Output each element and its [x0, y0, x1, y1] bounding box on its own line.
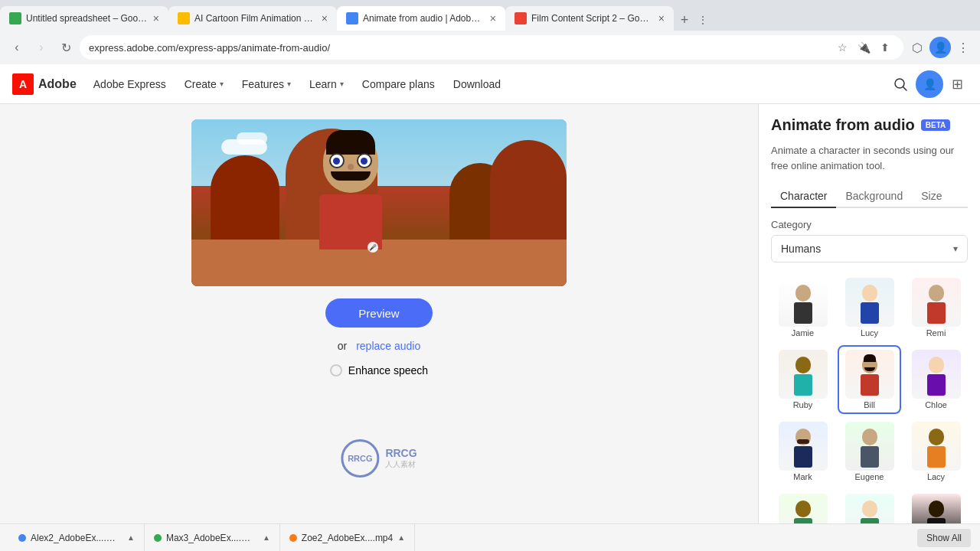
category-label: Category: [771, 219, 968, 230]
watermark-circle: RRCG: [341, 439, 379, 478]
character-card-lucy[interactable]: Lucy: [838, 273, 901, 342]
bottom-bar: Alex2_AdobeEx....mp4 ▲ Max3_AdobeEx....m…: [0, 523, 980, 551]
profile-avatar[interactable]: 👤: [929, 37, 951, 58]
tab-background[interactable]: Background: [836, 185, 912, 207]
character-thumb-mark: [779, 422, 828, 471]
tab-close[interactable]: ×: [658, 12, 665, 24]
character-thumb-remi: [912, 278, 961, 327]
character-thumb-ruby: [779, 350, 828, 399]
tab-cartoon[interactable]: AI Cartoon Film Animation – C... ×: [168, 6, 337, 31]
character-name-mark: Mark: [793, 472, 812, 481]
download-item-3[interactable]: Zoe2_AdobeEx....mp4 ▲: [280, 524, 415, 552]
tab-favicon-red: [514, 12, 527, 24]
show-all-button[interactable]: Show All: [917, 529, 971, 547]
character-card-remi[interactable]: Remi: [904, 273, 968, 342]
tab-overflow-button[interactable]: ⋮: [695, 9, 710, 31]
tab-size[interactable]: Size: [912, 185, 951, 207]
tab-close[interactable]: ×: [322, 12, 328, 24]
adobe-header: A Adobe Adobe Express Create ▾ Features …: [0, 64, 980, 104]
character-name-lucy: Lucy: [861, 328, 878, 337]
preview-scene: 🎤: [191, 119, 567, 286]
new-tab-button[interactable]: +: [674, 9, 695, 31]
tab-spreadsheet[interactable]: Untitled spreadsheet – Google ... ×: [0, 6, 168, 31]
tab-close[interactable]: ×: [153, 12, 159, 24]
search-button[interactable]: [888, 72, 913, 96]
forward-button[interactable]: ›: [31, 37, 52, 58]
replace-or-text: or: [338, 340, 347, 352]
character-card-row4a[interactable]: [771, 489, 835, 523]
character-name-lacy: Lacy: [927, 472, 945, 481]
download-item-1[interactable]: Alex2_AdobeEx....mp4 ▲: [9, 524, 145, 552]
nav-features[interactable]: Features ▾: [234, 64, 299, 104]
category-select[interactable]: Humans ▾: [771, 235, 968, 262]
nav-adobe-express[interactable]: Adobe Express: [86, 64, 174, 104]
character-card-chloe[interactable]: Chloe: [904, 345, 968, 414]
nav-create[interactable]: Create ▾: [177, 64, 231, 104]
character-card-lacy[interactable]: Lacy: [904, 417, 968, 486]
replace-audio-link[interactable]: replace audio: [356, 340, 420, 352]
character-card-bill[interactable]: Bill: [838, 345, 901, 414]
preview-button[interactable]: Preview: [325, 298, 433, 328]
nav-learn[interactable]: Learn ▾: [302, 64, 351, 104]
reload-button[interactable]: ↻: [55, 37, 77, 58]
tab-character[interactable]: Character: [771, 185, 836, 207]
download-name-2: Max3_AdobeEx....mp4: [166, 533, 258, 543]
tab-label: Animate from audio | Adobe E...: [363, 13, 485, 24]
tab-script[interactable]: Film Content Script 2 – Googl... ×: [505, 6, 674, 31]
character-thumb-row4b: [845, 494, 894, 523]
menu-button[interactable]: ⋮: [952, 37, 974, 58]
character-grid: Jamie Lucy Remi: [771, 273, 968, 523]
download-name-1: Alex2_AdobeEx....mp4: [31, 533, 122, 543]
character-card-eugene[interactable]: Eugene: [838, 417, 901, 486]
character-thumb-row4a: [779, 494, 828, 523]
back-button[interactable]: ‹: [6, 37, 28, 58]
search-icon: [893, 77, 908, 92]
download-item-2[interactable]: Max3_AdobeEx....mp4 ▲: [145, 524, 280, 552]
chevron-down-icon: ▾: [287, 80, 291, 88]
extensions-button[interactable]: ⬡: [906, 37, 928, 58]
nav-label: Learn: [309, 78, 337, 90]
enhance-speech-radio[interactable]: [330, 364, 342, 377]
tab-favicon-blue: [346, 12, 358, 24]
user-avatar[interactable]: 👤: [916, 70, 943, 98]
character-card-row4c[interactable]: [904, 489, 968, 523]
nav-compare-plans[interactable]: Compare plans: [354, 64, 443, 104]
beta-badge: BETA: [921, 119, 950, 131]
character-card-ruby[interactable]: Ruby: [771, 345, 835, 414]
nav-download[interactable]: Download: [446, 64, 508, 104]
apps-grid-icon[interactable]: ⊞: [946, 73, 968, 95]
bookmark-icon[interactable]: ☆: [833, 38, 851, 57]
character-card-jamie[interactable]: Jamie: [771, 273, 835, 342]
tab-bar: Untitled spreadsheet – Google ... × AI C…: [0, 0, 980, 31]
chevron-down-icon: ▾: [953, 243, 958, 254]
chevron-up-icon: ▲: [397, 533, 405, 542]
cloud-2: [237, 132, 267, 145]
character-thumb-jamie: [779, 278, 828, 327]
character-thumb-lacy: [912, 422, 961, 471]
nav-label: Compare plans: [362, 78, 435, 90]
share-icon[interactable]: ⬆: [876, 38, 894, 57]
category-value: Humans: [781, 243, 821, 255]
right-panel: Animate from audio BETA Animate a charac…: [758, 104, 980, 523]
tab-favicon-green: [9, 12, 21, 24]
replace-audio-row: or replace audio: [338, 340, 420, 352]
character-card-row4b[interactable]: [838, 489, 901, 523]
tab-close[interactable]: ×: [490, 12, 496, 24]
character-card-mark[interactable]: Mark: [771, 417, 835, 486]
chevron-down-icon: ▾: [340, 80, 344, 88]
character-thumb-eugene: [845, 422, 894, 471]
address-bar[interactable]: express.adobe.com/express-apps/animate-f…: [80, 35, 903, 60]
nav-label: Create: [185, 78, 217, 90]
extensions-icon[interactable]: 🔌: [854, 38, 873, 57]
download-name-3: Zoe2_AdobeEx....mp4: [302, 533, 393, 543]
adobe-logo[interactable]: A Adobe: [12, 73, 77, 95]
right-panel-title: Animate from audio: [771, 116, 915, 134]
right-panel-tabs: Character Background Size: [771, 185, 968, 208]
character-name-jamie: Jamie: [792, 328, 814, 337]
character-name-remi: Remi: [926, 328, 946, 337]
tab-animate[interactable]: Animate from audio | Adobe E... ×: [337, 6, 505, 31]
download-dot-green: [154, 534, 162, 542]
enhance-speech-label: Enhance speech: [348, 364, 428, 377]
adobe-logo-icon: A: [12, 73, 34, 95]
character-thumb-lucy: [845, 278, 894, 327]
